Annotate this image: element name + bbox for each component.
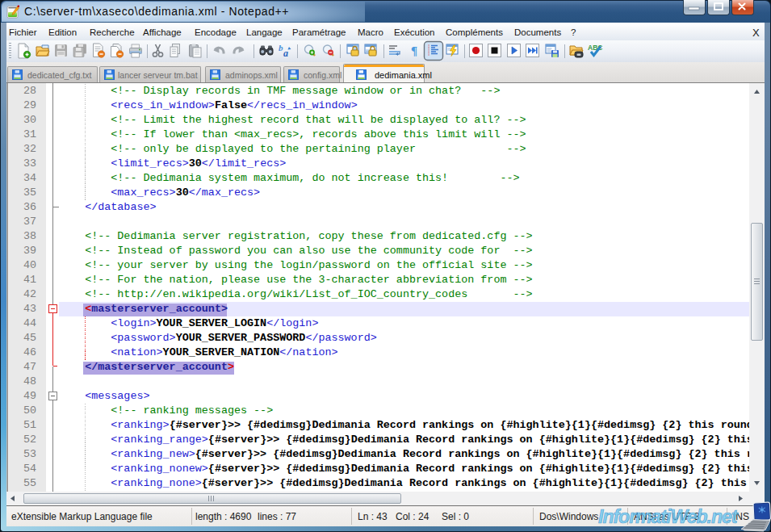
svg-text:a: a [283,48,288,59]
svg-text:¶: ¶ [411,44,417,57]
